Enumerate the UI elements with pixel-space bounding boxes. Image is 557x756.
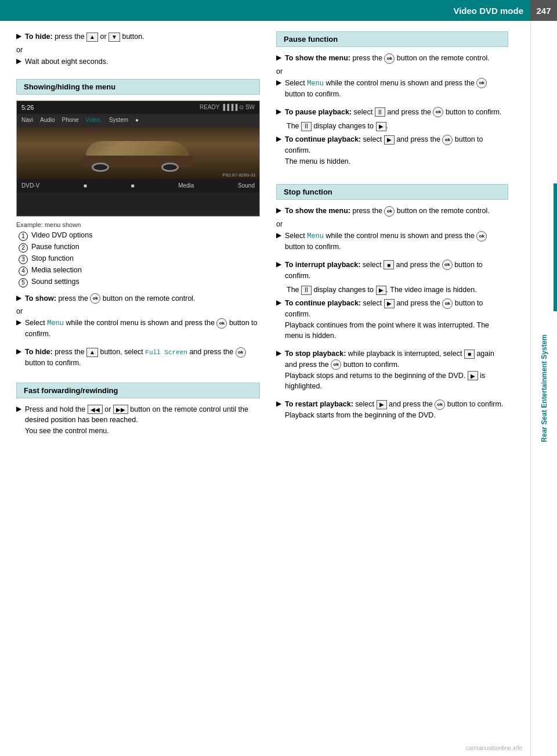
to-pause-label: To pause playback: [285,108,352,116]
to-pause-playback: ▶ To pause playback: select II and press… [276,107,508,118]
stop-key-icon: ■ [384,260,394,269]
ok-circle-p2: ok [476,78,487,88]
ok-circle-icon: ok [90,293,100,304]
stop-key-2-icon: ■ [464,350,475,359]
menu-highlight: Menu [47,319,64,327]
left-column: ▶ To hide: press the ▲ or ▼ button. or ▶… [16,31,260,746]
to-continue-playback-stop: ▶ To continue playback: select ▶ and pre… [276,298,508,341]
bullet-arrow-ff: ▶ [16,405,21,413]
stop-show-menu: ▶ To show the menu: press the ok button … [276,206,508,217]
list-item: 2 Pause function [19,243,260,253]
ok-circle-s4: ok [442,298,453,309]
pause-note: The II display changes to ▶. [276,121,508,132]
num-1: 1 [19,232,28,241]
to-show-menu-s-label: To show the menu: [285,207,350,215]
or-between-keys: or [100,33,108,41]
pause-key-2-icon: II [301,122,312,131]
ok-circle-p1: ok [384,53,395,64]
ok-circle-s5: ok [331,359,341,370]
list-item: 1 Video DVD options [19,231,260,241]
to-hide-item-top: ▶ To hide: press the ▲ or ▼ button. [16,31,260,42]
num-4: 4 [19,267,28,276]
page-title: Video DVD mode [0,6,530,16]
pause-header: Pause function [276,31,508,47]
to-interrupt-playback: ▶ To interrupt playback: select ■ and pr… [276,260,508,282]
interrupt-note: The II display changes to ▶. The video i… [276,285,508,296]
bullet-arrow-s3: ▶ [276,260,281,268]
ok-circle-s3: ok [442,260,453,270]
item-5-text: Sound settings [31,278,79,286]
footer-watermark: carmanualsonline.info [466,745,522,751]
ok-circle-3: ok [236,347,246,358]
to-continue-playback-pause: ▶ To continue playback: select ▶ and pre… [276,134,508,167]
showing-hiding-section: Showing/hiding the menu 5:26 READY ▐▐▐▐ … [16,79,260,369]
or-separator-2: or [16,307,260,315]
fast-forward-header: Fast forwarding/rewinding [16,383,260,398]
or-separator-1: or [16,46,260,54]
item-1-text: Video DVD options [31,231,92,239]
menu-screenshot: 5:26 READY ▐▐▐▐ ⊙ SW Navi Audio Phone Vi… [16,100,260,217]
to-hide-bottom-label: To hide: [25,348,53,356]
bullet-arrow-p2: ▶ [276,78,281,87]
menu-highlight-p: Menu [307,80,324,88]
to-continue-pause-label: To continue playback: [285,135,361,143]
menu-highlight-s: Menu [307,232,324,240]
ok-circle-s2: ok [476,231,487,242]
play-key-icon: ▶ [376,122,386,131]
or-s1: or [276,220,508,228]
ok-circle-s1: ok [384,206,395,217]
stop-header: Stop function [276,184,508,200]
example-caption: Example: menu shown [16,221,260,228]
side-label-bar [554,183,557,311]
to-show-menu-label: To show the menu: [285,54,350,62]
ok-circle-2: ok [216,318,227,329]
to-hide-label: To hide: [25,33,53,41]
right-column: Pause function ▶ To show the menu: press… [276,31,508,746]
to-continue-stop-label: To continue playback: [285,299,361,307]
bullet-arrow-show: ▶ [16,294,21,302]
button-suffix: button. [122,33,144,41]
bullet-arrow-hide: ▶ [16,347,21,355]
to-stop-playback: ▶ To stop playback: while playback is in… [276,348,508,392]
display-changes-to: display changes to [314,122,376,130]
play-key-6-icon: ▶ [377,400,387,409]
to-hide-text: press the [55,33,86,41]
item-4-text: Media selection [31,266,82,274]
bullet-arrow-s4: ▶ [276,298,281,307]
play-key-3-icon: ▶ [376,286,386,295]
list-item: 5 Sound settings [19,278,260,287]
page-number-box: 247 [530,0,557,21]
item-3-text: Stop function [31,254,74,262]
select-menu-item: ▶ Select Menu while the control menu is … [16,318,260,340]
up-key-icon: ▲ [86,33,98,42]
up-key-2-icon: ▲ [86,348,98,357]
side-label: Rear Seat Entertainment System [540,334,548,442]
down-key-icon: ▼ [108,33,120,42]
stop-select-menu: ▶ Select Menu while the control menu is … [276,231,508,253]
ok-circle-p3: ok [433,107,443,117]
fast-forward-section: Fast forwarding/rewinding ▶ Press and ho… [16,383,260,437]
to-hide-bottom: ▶ To hide: press the ▲ button, select Fu… [16,347,260,369]
pause-show-menu: ▶ To show the menu: press the ok button … [276,53,508,64]
bullet-arrow-p3: ▶ [276,107,281,116]
pause-key-3-icon: II [301,286,312,295]
bullet-arrow-icon: ▶ [16,32,21,40]
bullet-arrow-p1: ▶ [276,53,281,62]
num-5: 5 [19,278,28,287]
fast-forward-item: ▶ Press and hold the ◀◀ or ▶▶ button on … [16,404,260,437]
pause-key-icon: II [375,107,385,117]
stop-section: Stop function ▶ To show the menu: press … [276,184,508,420]
pause-section: Pause function ▶ To show the menu: press… [276,31,508,167]
num-2: 2 [19,243,28,253]
play-key-2-icon: ▶ [384,135,395,145]
to-restart-label: To restart playback: [285,400,353,408]
num-3: 3 [19,255,28,264]
bullet-arrow-s2: ▶ [276,231,281,239]
bullet-arrow-s1: ▶ [276,206,281,214]
to-show-label: To show: [25,294,56,303]
fullscreen-text: Full Screen [145,349,187,356]
rewind-key-icon: ◀◀ [88,405,103,414]
to-stop-label: To stop playback: [285,350,346,358]
ok-circle-p4: ok [442,135,453,145]
bullet-arrow-s5: ▶ [276,349,281,357]
